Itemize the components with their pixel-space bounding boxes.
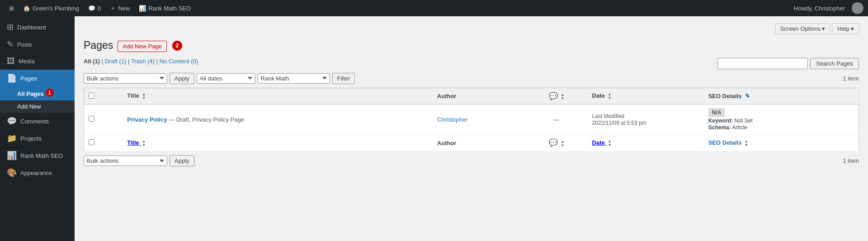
search-pages-button[interactable]: Search Pages bbox=[810, 58, 859, 69]
sort-date-footer-link[interactable]: Date ▲ ▼ bbox=[592, 139, 612, 146]
filter-all[interactable]: All (1) bbox=[84, 58, 102, 65]
col-header-seo: SEO Details ✎ bbox=[704, 88, 859, 104]
bulk-actions-select-bottom[interactable]: Bulk actions bbox=[84, 156, 167, 166]
badge-1: 1 bbox=[46, 89, 54, 97]
admin-bar-comments[interactable]: 💬 0 bbox=[84, 0, 105, 16]
table-row: Privacy Policy — Draft, Privacy Policy P… bbox=[84, 104, 859, 135]
date-label: Last Modified bbox=[592, 113, 624, 119]
filter-no-content[interactable]: No Content (0) bbox=[160, 58, 198, 65]
sort-seo-footer-arrows: ▲ ▼ bbox=[745, 140, 748, 147]
page-header: Pages Add New Page 2 bbox=[84, 39, 859, 52]
sidebar-sub-add-new[interactable]: Add New bbox=[0, 100, 75, 113]
sidebar-item-label: Rank Math SEO bbox=[20, 152, 63, 159]
sort-comments-arrows: ▲ ▼ bbox=[561, 93, 564, 100]
top-controls: Screen Options ▾ Help ▾ bbox=[84, 23, 859, 34]
col-header-date: Date ▲ ▼ bbox=[588, 88, 704, 104]
page-title: Pages bbox=[84, 39, 113, 52]
comments-icon: 💬 bbox=[7, 116, 17, 126]
row-date-cell: Last Modified 2022/11/09 at 5:53 pm bbox=[588, 104, 704, 135]
screen-options-arrow-icon: ▾ bbox=[822, 25, 825, 32]
author-link[interactable]: Christopher bbox=[437, 116, 467, 123]
search-area: Search Pages bbox=[717, 58, 859, 69]
search-input[interactable] bbox=[717, 58, 808, 69]
sidebar-item-comments[interactable]: 💬 Comments bbox=[0, 113, 75, 130]
sidebar-item-pages[interactable]: 📄 Pages bbox=[0, 70, 75, 87]
sidebar-item-posts[interactable]: ✎ Posts bbox=[0, 36, 75, 53]
media-icon: 🖼 bbox=[7, 57, 15, 66]
sort-title-link[interactable]: Title ▲ ▼ bbox=[127, 92, 146, 99]
comment-bubble-footer-icon: 💬 bbox=[549, 139, 558, 146]
sidebar-item-label: Dashboard bbox=[17, 24, 46, 31]
appearance-icon: 🎨 bbox=[7, 168, 17, 178]
projects-icon: 📁 bbox=[7, 133, 17, 143]
home-icon: 🏠 bbox=[23, 5, 30, 12]
apply-button-bottom[interactable]: Apply bbox=[170, 155, 194, 166]
pages-icon: 📄 bbox=[7, 73, 17, 83]
bulk-actions-select-top[interactable]: Bulk actions bbox=[84, 73, 167, 84]
sidebar-item-dashboard[interactable]: ⊞ Dashboard bbox=[0, 19, 75, 36]
filter-trash[interactable]: Trash (4) bbox=[131, 58, 156, 65]
row-seo-cell: N/A Keyword: Not Set Schema: Article bbox=[704, 104, 859, 135]
sidebar-item-rankmath[interactable]: 📊 Rank Math SEO bbox=[0, 147, 75, 164]
seo-keyword: Keyword: Not Set bbox=[708, 118, 753, 124]
apply-button-top[interactable]: Apply bbox=[170, 73, 194, 84]
row-checkbox[interactable] bbox=[89, 116, 94, 122]
col-footer-title: Title ▲ ▼ bbox=[123, 135, 433, 151]
admin-bar-site-name[interactable]: 🏠 Green's Plumbing bbox=[19, 0, 84, 16]
admin-bar-new[interactable]: ＋ New bbox=[105, 0, 134, 16]
rankmath-icon: 📊 bbox=[139, 5, 146, 12]
rankmath-sidebar-icon: 📊 bbox=[7, 151, 17, 161]
select-all-bottom-checkbox[interactable] bbox=[89, 139, 94, 145]
screen-options-label: Screen Options bbox=[780, 25, 821, 32]
col-footer-checkbox bbox=[84, 135, 123, 151]
add-new-page-button[interactable]: Add New Page bbox=[118, 41, 167, 52]
sort-date-footer-arrows: ▲ ▼ bbox=[608, 140, 611, 147]
row-title-cell: Privacy Policy — Draft, Privacy Policy P… bbox=[123, 104, 433, 135]
table-footer-row: Title ▲ ▼ Author 💬 ▲ bbox=[84, 135, 859, 151]
sidebar-item-projects[interactable]: 📁 Projects bbox=[0, 130, 75, 147]
sidebar-sub-all-pages[interactable]: All Pages 1 bbox=[0, 87, 75, 100]
row-checkbox-cell bbox=[84, 104, 123, 135]
sidebar-item-label: Projects bbox=[20, 135, 42, 142]
row-author-cell: Christopher bbox=[433, 104, 526, 135]
row-comments-cell: — bbox=[526, 104, 588, 135]
sort-title-footer-link[interactable]: Title ▲ ▼ bbox=[127, 139, 146, 146]
wp-logo-icon: ⊞ bbox=[9, 5, 14, 12]
sort-date-link[interactable]: Date ▲ ▼ bbox=[592, 92, 612, 99]
sort-title-arrows: ▲ ▼ bbox=[142, 93, 146, 100]
table-header-row: Title ▲ ▼ Author 💬 ▲ bbox=[84, 88, 859, 104]
col-header-checkbox bbox=[84, 88, 123, 104]
sidebar-item-media[interactable]: 🖼 Media bbox=[0, 53, 75, 70]
admin-bar-wp-logo[interactable]: ⊞ bbox=[5, 0, 19, 16]
sidebar-pages-submenu: All Pages 1 Add New bbox=[0, 87, 75, 113]
seo-na-badge: N/A bbox=[708, 108, 725, 117]
help-button[interactable]: Help ▾ bbox=[832, 23, 859, 34]
item-count-top: 1 item bbox=[843, 75, 859, 82]
filter-button[interactable]: Filter bbox=[332, 73, 355, 84]
sidebar-item-label: Media bbox=[19, 58, 34, 65]
seo-details-link-header[interactable]: SEO Details bbox=[708, 93, 743, 99]
sidebar-item-label: Posts bbox=[17, 41, 32, 48]
sort-date-arrows: ▲ ▼ bbox=[608, 93, 611, 100]
avatar bbox=[852, 2, 863, 14]
plus-icon: ＋ bbox=[110, 4, 116, 12]
sidebar-item-label: Pages bbox=[20, 75, 37, 82]
sidebar-item-appearance[interactable]: 🎨 Appearance bbox=[0, 164, 75, 181]
select-all-checkbox[interactable] bbox=[89, 93, 94, 99]
all-pages-label: All Pages bbox=[17, 90, 44, 97]
all-dates-select[interactable]: All dates bbox=[197, 73, 255, 84]
page-title-link[interactable]: Privacy Policy bbox=[127, 116, 167, 123]
col-header-comments: 💬 ▲ ▼ bbox=[526, 88, 588, 104]
screen-options-button[interactable]: Screen Options ▾ bbox=[775, 23, 830, 34]
comments-dash: — bbox=[554, 116, 560, 123]
date-value: 2022/11/09 at 5:53 pm bbox=[592, 120, 646, 126]
page-title-suffix: — Draft, Privacy Policy Page bbox=[169, 116, 244, 123]
filter-draft[interactable]: Draft (1) bbox=[105, 58, 128, 65]
seo-details-footer-link[interactable]: SEO Details ▲ ▼ bbox=[708, 139, 748, 146]
edit-seo-icon[interactable]: ✎ bbox=[745, 93, 750, 99]
col-footer-date: Date ▲ ▼ bbox=[588, 135, 704, 151]
rank-math-select[interactable]: Rank Math bbox=[258, 73, 330, 84]
circle-badge-2: 2 bbox=[172, 41, 182, 51]
admin-bar-rankmath[interactable]: 📊 Rank Math SEO bbox=[134, 0, 195, 16]
item-count-bottom: 1 item bbox=[843, 157, 859, 164]
